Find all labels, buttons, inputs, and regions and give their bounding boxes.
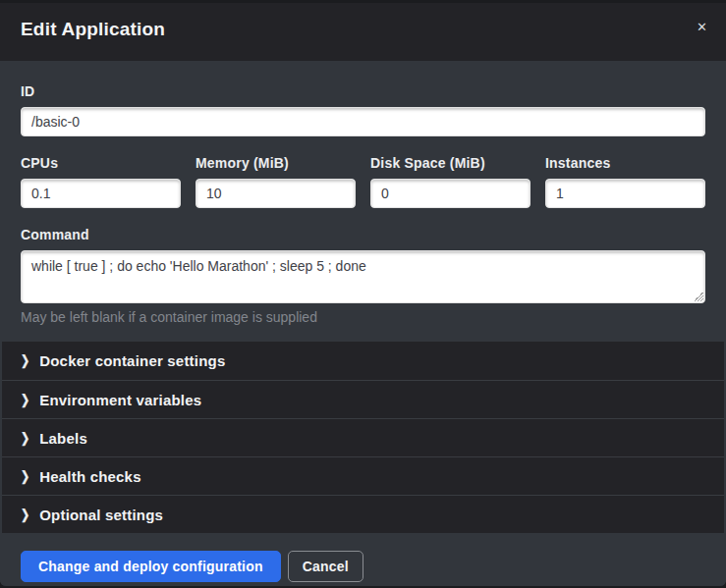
memory-field-group: Memory (MiB) bbox=[195, 155, 356, 208]
disk-field-group: Disk Space (MiB) bbox=[370, 155, 531, 208]
change-and-deploy-button[interactable]: Change and deploy configuration bbox=[21, 551, 281, 582]
section-health-checks[interactable]: ❯ Health checks bbox=[2, 456, 724, 495]
section-environment-variables[interactable]: ❯ Environment variables bbox=[2, 380, 724, 418]
chevron-right-icon: ❯ bbox=[21, 430, 29, 446]
section-label: Environment variables bbox=[39, 392, 201, 408]
id-input[interactable] bbox=[21, 107, 705, 136]
section-labels[interactable]: ❯ Labels bbox=[2, 418, 724, 456]
chevron-right-icon: ❯ bbox=[21, 392, 29, 407]
memory-label: Memory (MiB) bbox=[195, 155, 356, 171]
section-docker-container-settings[interactable]: ❯ Docker container settings bbox=[2, 342, 724, 380]
instances-field-group: Instances bbox=[545, 155, 705, 208]
cpus-input[interactable] bbox=[21, 179, 181, 208]
cpus-field-group: CPUs bbox=[21, 155, 181, 208]
command-field-group: Command while [ true ] ; do echo 'Hello … bbox=[21, 227, 705, 325]
section-optional-settings[interactable]: ❯ Optional settings bbox=[2, 495, 724, 533]
section-label: Health checks bbox=[39, 468, 140, 485]
chevron-right-icon: ❯ bbox=[21, 468, 29, 484]
close-icon[interactable]: ✕ bbox=[693, 17, 711, 37]
application-form: ID CPUs Memory (MiB) Disk Space (MiB) In… bbox=[0, 61, 726, 342]
resources-row: CPUs Memory (MiB) Disk Space (MiB) Insta… bbox=[21, 155, 705, 208]
collapsible-sections: ❯ Docker container settings ❯ Environmen… bbox=[0, 342, 726, 533]
id-field-group: ID bbox=[21, 83, 705, 136]
disk-input[interactable] bbox=[370, 179, 531, 208]
cancel-button[interactable]: Cancel bbox=[288, 551, 363, 582]
section-label: Optional settings bbox=[39, 507, 163, 523]
instances-label: Instances bbox=[545, 155, 705, 171]
edit-application-modal: Edit Application ✕ ID CPUs Memory (MiB) … bbox=[0, 3, 726, 586]
section-label: Labels bbox=[39, 430, 87, 447]
disk-label: Disk Space (MiB) bbox=[370, 155, 531, 171]
chevron-right-icon: ❯ bbox=[21, 507, 29, 522]
memory-input[interactable] bbox=[195, 179, 356, 208]
id-label: ID bbox=[21, 83, 705, 99]
cpus-label: CPUs bbox=[21, 155, 181, 171]
command-label: Command bbox=[21, 227, 705, 242]
command-textarea[interactable]: while [ true ] ; do echo 'Hello Marathon… bbox=[21, 250, 705, 303]
instances-input[interactable] bbox=[545, 179, 705, 208]
chevron-right-icon: ❯ bbox=[21, 352, 29, 368]
modal-footer: Change and deploy configuration Cancel bbox=[0, 533, 726, 586]
command-help-text: May be left blank if a container image i… bbox=[21, 309, 705, 325]
modal-title: Edit Application bbox=[21, 19, 705, 40]
section-label: Docker container settings bbox=[39, 352, 225, 369]
modal-header: Edit Application ✕ bbox=[0, 3, 726, 61]
